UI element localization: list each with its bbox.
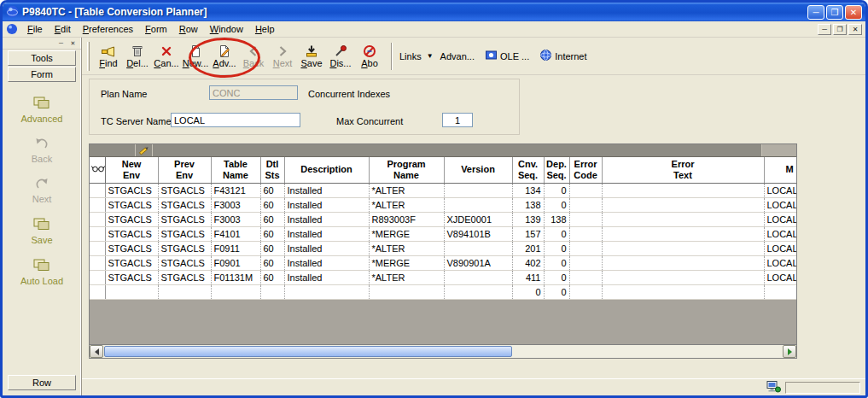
- grid-cell[interactable]: STGACLS: [158, 197, 211, 212]
- grid-cell[interactable]: *MERGE: [369, 255, 444, 270]
- grid-cell[interactable]: LOCAL: [764, 270, 796, 284]
- grid-row[interactable]: STGACLSSTGACLSF4312160Installed*ALTER134…: [90, 183, 796, 197]
- menu-item-preferences[interactable]: Preferences: [77, 22, 139, 36]
- titlebar[interactable]: P9840TC - [Table Conversion Planner] ─ ❐…: [3, 3, 865, 21]
- grid-cell[interactable]: 0: [544, 197, 569, 212]
- menu-item-file[interactable]: File: [21, 22, 49, 36]
- row-selector[interactable]: [90, 255, 105, 270]
- link-item-internet[interactable]: Internet: [539, 49, 586, 63]
- grid-cell[interactable]: LOCAL: [764, 226, 796, 241]
- grid-cell[interactable]: [764, 284, 796, 299]
- grid-cell[interactable]: F0911: [211, 241, 260, 255]
- plan-name-field[interactable]: [209, 85, 298, 100]
- grid-cell[interactable]: *ALTER: [369, 270, 444, 284]
- grid-cell[interactable]: 0: [544, 270, 569, 284]
- grid-cell[interactable]: F4101: [211, 226, 260, 241]
- grid-cell[interactable]: LOCAL: [764, 197, 796, 212]
- minimize-button[interactable]: ─: [807, 5, 824, 20]
- grid-cell[interactable]: STGACLS: [158, 212, 211, 226]
- grid-cell[interactable]: [602, 226, 764, 241]
- grid-cell[interactable]: 60: [260, 197, 284, 212]
- panel-minimize-button[interactable]: ─: [55, 38, 67, 48]
- row-selector[interactable]: [90, 183, 105, 197]
- row-selector[interactable]: [90, 226, 105, 241]
- qbe-pencil-icon[interactable]: [136, 144, 153, 156]
- grid-cell[interactable]: F0901: [211, 255, 260, 270]
- grid-cell[interactable]: 60: [260, 212, 284, 226]
- grid-cell[interactable]: 201: [512, 241, 544, 255]
- grid-row[interactable]: STGACLSSTGACLSF410160Installed*MERGEV894…: [90, 226, 796, 241]
- grid-row[interactable]: 00: [90, 284, 796, 299]
- row-selector[interactable]: [90, 212, 105, 226]
- grid-cell[interactable]: [569, 241, 602, 255]
- panel-close-button[interactable]: ✕: [67, 38, 79, 48]
- grid-cell[interactable]: [602, 197, 764, 212]
- grid-cell[interactable]: [602, 284, 764, 299]
- toolbar-button-find[interactable]: Find: [94, 40, 123, 73]
- grid-cell[interactable]: [444, 241, 512, 255]
- scrollbar-track[interactable]: [103, 345, 783, 358]
- grid-cell[interactable]: Installed: [284, 241, 369, 255]
- grid-cell[interactable]: V890901A: [444, 255, 512, 270]
- grid-cell[interactable]: Installed: [284, 183, 369, 197]
- grid-cell[interactable]: STGACLS: [158, 270, 211, 284]
- row-selector[interactable]: [90, 241, 105, 255]
- maximize-button[interactable]: ❐: [826, 5, 843, 20]
- grid-cell[interactable]: STGACLS: [105, 255, 158, 270]
- link-item-advan[interactable]: Advan...: [440, 51, 475, 61]
- grid-row[interactable]: STGACLSSTGACLSF090160Installed*MERGEV890…: [90, 255, 796, 270]
- child-restore-button[interactable]: ❐: [833, 24, 847, 35]
- menu-item-row[interactable]: Row: [173, 22, 204, 36]
- grid-cell[interactable]: [444, 197, 512, 212]
- grid-cell[interactable]: STGACLS: [158, 226, 211, 241]
- form-button[interactable]: Form: [8, 67, 76, 82]
- grid-cell[interactable]: [569, 255, 602, 270]
- grid-cell[interactable]: F3003: [211, 212, 260, 226]
- toolbar-button-new[interactable]: New...: [181, 40, 210, 73]
- close-button[interactable]: ✕: [845, 5, 862, 20]
- grid-cell[interactable]: STGACLS: [158, 183, 211, 197]
- grid-cell[interactable]: LOCAL: [764, 241, 796, 255]
- grid-cell[interactable]: 60: [260, 226, 284, 241]
- grid-cell[interactable]: 0: [544, 241, 569, 255]
- row-button[interactable]: Row: [8, 375, 76, 390]
- grid-cell[interactable]: STGACLS: [105, 183, 158, 197]
- toolbar-button-adv[interactable]: Adv...: [210, 40, 239, 73]
- chevron-down-icon[interactable]: ▼: [427, 52, 434, 60]
- grid-cell[interactable]: [369, 284, 444, 299]
- row-selector[interactable]: [90, 284, 105, 299]
- grid-cell[interactable]: 134: [512, 183, 544, 197]
- grid-cell[interactable]: [569, 197, 602, 212]
- grid-cell[interactable]: [569, 284, 602, 299]
- toolbar-grip[interactable]: [87, 42, 90, 71]
- grid-cell[interactable]: *ALTER: [369, 183, 444, 197]
- grid-cell[interactable]: [569, 270, 602, 284]
- grid-cell[interactable]: [105, 284, 158, 299]
- grid-cell[interactable]: Installed: [284, 212, 369, 226]
- grid-cell[interactable]: 138: [544, 212, 569, 226]
- grid-cell[interactable]: [602, 255, 764, 270]
- scrollbar-thumb[interactable]: [104, 346, 512, 357]
- grid-cell[interactable]: 402: [512, 255, 544, 270]
- grid-cell[interactable]: LOCAL: [764, 183, 796, 197]
- sidebar-item-advanced[interactable]: Advanced: [21, 97, 63, 124]
- grid-cell[interactable]: 0: [544, 255, 569, 270]
- grid-cell[interactable]: 0: [544, 183, 569, 197]
- grid-cell[interactable]: 60: [260, 183, 284, 197]
- menu-item-edit[interactable]: Edit: [49, 22, 77, 36]
- grid-cell[interactable]: LOCAL: [764, 255, 796, 270]
- grid-cell[interactable]: STGACLS: [105, 197, 158, 212]
- sidebar-item-autoload[interactable]: Auto Load: [20, 259, 63, 286]
- grid-cell[interactable]: 60: [260, 270, 284, 284]
- grid-cell[interactable]: Installed: [284, 226, 369, 241]
- toolbar-button-abo[interactable]: Abo: [355, 40, 384, 73]
- grid-cell[interactable]: [444, 183, 512, 197]
- grid-cell[interactable]: 157: [512, 226, 544, 241]
- menu-item-help[interactable]: Help: [249, 22, 281, 36]
- tc-server-name-field[interactable]: [171, 113, 300, 127]
- grid-cell[interactable]: [602, 241, 764, 255]
- grid-cell[interactable]: [260, 284, 284, 299]
- links-label[interactable]: Links: [399, 51, 422, 61]
- menu-item-form[interactable]: Form: [139, 22, 173, 36]
- toolbar-button-dis[interactable]: Dis...: [326, 40, 355, 73]
